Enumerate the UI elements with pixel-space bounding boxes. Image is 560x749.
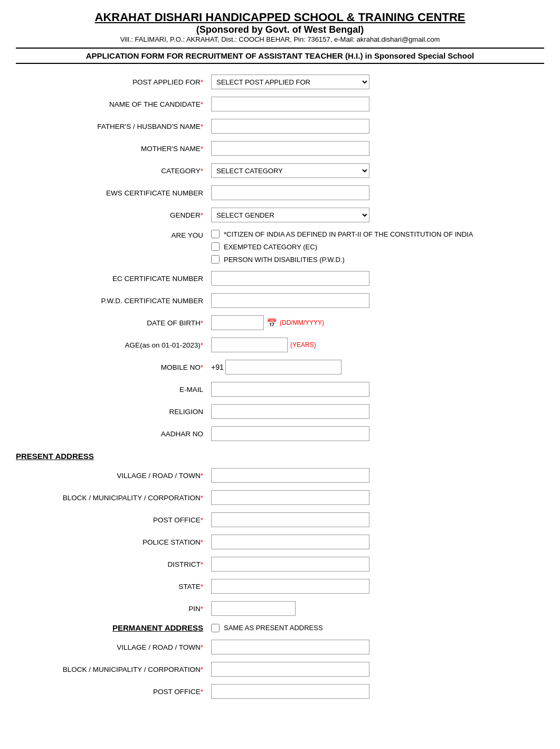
age-field-group: (YEARS) — [211, 338, 316, 352]
category-row: CATEGORY* SELECT CATEGORY — [16, 163, 544, 178]
application-form: POST APPLIED FOR* SELECT POST APPLIED FO… — [16, 74, 544, 699]
present-village-label: VILLAGE / ROAD / TOWN* — [16, 472, 211, 480]
mobile-label: MOBILE NO* — [16, 363, 211, 371]
present-state-row: STATE* — [16, 579, 544, 594]
present-police-row: POLICE STATION* — [16, 535, 544, 549]
mobile-prefix: +91 — [211, 363, 224, 371]
present-police-label: POLICE STATION* — [16, 538, 211, 546]
ec-checkbox[interactable] — [211, 242, 220, 251]
perm-post-office-input[interactable] — [211, 684, 369, 699]
category-label: CATEGORY* — [16, 167, 211, 175]
ews-input[interactable] — [211, 185, 369, 200]
dob-label: DATE OF BIRTH* — [16, 319, 211, 327]
age-hint: (YEARS) — [290, 341, 316, 349]
citizen-label: *CITIZEN OF INDIA AS DEFINED IN PART-II … — [224, 230, 473, 238]
mobile-row: MOBILE NO* +91 — [16, 360, 544, 374]
mothers-input[interactable] — [211, 141, 369, 156]
permanent-address-heading-label: PERMANENT ADDRESS — [16, 623, 211, 632]
aadhar-label: AADHAR NO — [16, 430, 211, 438]
dob-field-group: 📅 (DD/MM/YYYY) — [211, 315, 324, 330]
post-applied-label: POST APPLIED FOR* — [16, 78, 211, 86]
ec-cert-label: EC CERTIFICATE NUMBER — [16, 275, 211, 283]
permanent-address-row: PERMANENT ADDRESS SAME AS PRESENT ADDRES… — [16, 623, 544, 632]
permanent-address-heading: PERMANENT ADDRESS — [112, 623, 203, 632]
fathers-input[interactable] — [211, 119, 369, 134]
present-state-input[interactable] — [211, 579, 369, 594]
citizen-checkbox[interactable] — [211, 230, 220, 238]
present-pin-label: PIN* — [16, 605, 211, 613]
present-district-input[interactable] — [211, 557, 369, 572]
present-post-office-input[interactable] — [211, 512, 369, 527]
mothers-label: MOTHER'S NAME* — [16, 145, 211, 153]
school-address: Vill.: FALIMARI, P.O.: AKRAHAT, Dist.: C… — [16, 35, 544, 43]
present-village-input[interactable] — [211, 468, 369, 483]
perm-post-office-row: POST OFFICE* — [16, 684, 544, 699]
ec-cert-input[interactable] — [211, 271, 369, 286]
religion-label: RELIGION — [16, 408, 211, 416]
gender-select[interactable]: SELECT GENDER — [211, 208, 369, 222]
present-block-label: BLOCK / MUNICIPALITY / CORPORATION* — [16, 494, 211, 502]
present-block-input[interactable] — [211, 490, 369, 505]
school-title: AKRAHAT DISHARI HANDICAPPED SCHOOL & TRA… — [16, 11, 544, 24]
mobile-field-group: +91 — [211, 360, 341, 374]
dob-input[interactable] — [211, 315, 264, 330]
form-title: APPLICATION FORM FOR RECRUITMENT OF ASSI… — [16, 48, 544, 64]
perm-village-row: VILLAGE / ROAD / TOWN* — [16, 640, 544, 654]
email-row: E-MAIL — [16, 382, 544, 397]
pwd-label: PERSON WITH DISABILITIES (P.W.D.) — [224, 256, 345, 264]
gender-row: GENDER* SELECT GENDER — [16, 208, 544, 222]
present-village-row: VILLAGE / ROAD / TOWN* — [16, 468, 544, 483]
present-district-label: DISTRICT* — [16, 560, 211, 568]
category-select[interactable]: SELECT CATEGORY — [211, 163, 369, 178]
pwd-cert-row: P.W.D. CERTIFICATE NUMBER — [16, 293, 544, 308]
pwd-cert-input[interactable] — [211, 293, 369, 308]
pwd-checkbox-row: PERSON WITH DISABILITIES (P.W.D.) — [211, 255, 473, 264]
present-police-input[interactable] — [211, 535, 369, 549]
aadhar-input[interactable] — [211, 426, 369, 441]
post-applied-row: POST APPLIED FOR* SELECT POST APPLIED FO… — [16, 74, 544, 89]
ews-label: EWS CERTIFICATE NUMBER — [16, 189, 211, 197]
ec-checkbox-row: EXEMPTED CATEGORY (EC) — [211, 242, 473, 251]
pwd-checkbox[interactable] — [211, 255, 220, 264]
sponsored-by: (Sponsored by Govt. of West Bengal) — [16, 24, 544, 35]
perm-block-input[interactable] — [211, 662, 369, 677]
same-address-group: SAME AS PRESENT ADDRESS — [211, 624, 323, 632]
present-address-heading: PRESENT ADDRESS — [16, 452, 544, 461]
mobile-input[interactable] — [225, 360, 341, 374]
pwd-cert-label: P.W.D. CERTIFICATE NUMBER — [16, 297, 211, 305]
age-input[interactable] — [211, 338, 288, 352]
present-pin-row: PIN* — [16, 601, 544, 616]
name-input[interactable] — [211, 97, 369, 111]
gender-label: GENDER* — [16, 211, 211, 219]
citizen-checkbox-row: *CITIZEN OF INDIA AS DEFINED IN PART-II … — [211, 230, 473, 238]
fathers-label: FATHER'S / HUSBAND'S NAME* — [16, 123, 211, 130]
perm-village-input[interactable] — [211, 640, 369, 654]
are-you-label: ARE YOU — [16, 230, 211, 239]
fathers-row: FATHER'S / HUSBAND'S NAME* — [16, 119, 544, 134]
ec-label: EXEMPTED CATEGORY (EC) — [224, 243, 317, 251]
religion-row: RELIGION — [16, 404, 544, 419]
perm-block-row: BLOCK / MUNICIPALITY / CORPORATION* — [16, 662, 544, 677]
dob-row: DATE OF BIRTH* 📅 (DD/MM/YYYY) — [16, 315, 544, 330]
present-state-label: STATE* — [16, 583, 211, 591]
present-pin-input[interactable] — [211, 601, 296, 616]
are-you-options: *CITIZEN OF INDIA AS DEFINED IN PART-II … — [211, 230, 473, 264]
post-applied-select[interactable]: SELECT POST APPLIED FOR — [211, 74, 369, 89]
calendar-icon[interactable]: 📅 — [267, 318, 277, 328]
religion-input[interactable] — [211, 404, 369, 419]
page-header: AKRAHAT DISHARI HANDICAPPED SCHOOL & TRA… — [16, 11, 544, 64]
same-as-present-checkbox[interactable] — [211, 624, 220, 632]
present-post-office-label: POST OFFICE* — [16, 516, 211, 524]
perm-block-label: BLOCK / MUNICIPALITY / CORPORATION* — [16, 666, 211, 673]
are-you-row: ARE YOU *CITIZEN OF INDIA AS DEFINED IN … — [16, 230, 544, 264]
present-block-row: BLOCK / MUNICIPALITY / CORPORATION* — [16, 490, 544, 505]
perm-village-label: VILLAGE / ROAD / TOWN* — [16, 643, 211, 651]
email-label: E-MAIL — [16, 386, 211, 394]
aadhar-row: AADHAR NO — [16, 426, 544, 441]
present-district-row: DISTRICT* — [16, 557, 544, 572]
name-row: NAME OF THE CANDIDATE* — [16, 97, 544, 111]
mothers-row: MOTHER'S NAME* — [16, 141, 544, 156]
email-input[interactable] — [211, 382, 369, 397]
same-as-present-label: SAME AS PRESENT ADDRESS — [224, 624, 323, 632]
age-label: AGE(as on 01-01-2023)* — [16, 341, 211, 349]
